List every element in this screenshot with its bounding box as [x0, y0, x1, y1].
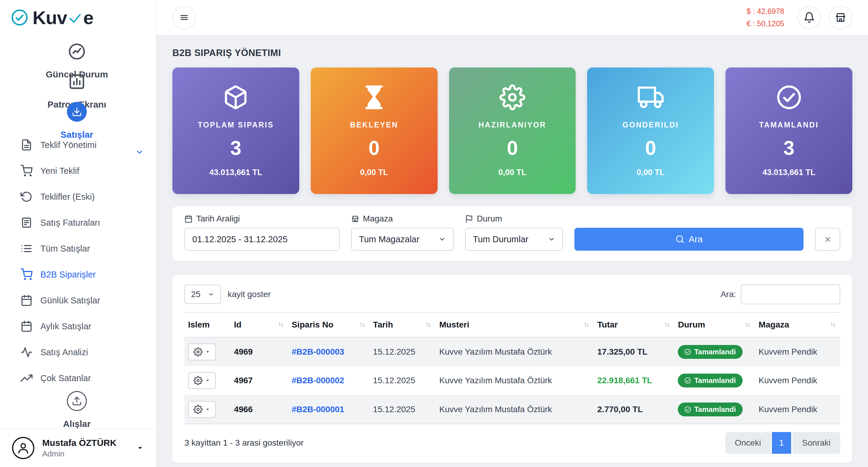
usd-rate: $ : 42,6978 [747, 5, 784, 18]
table-search-label: Ara: [721, 289, 736, 299]
bell-icon [804, 12, 815, 23]
column-header-musteri[interactable]: Musteri [435, 312, 593, 337]
sidebar-item-patron-ekran[interactable]: Patron Ekranı [0, 72, 156, 102]
sidebar-item-label: B2B Siparişler [40, 270, 96, 280]
x-icon [824, 235, 832, 244]
pagination-next-button[interactable]: Sonraki [792, 432, 840, 454]
page-size-value: 25 [191, 289, 200, 299]
sidebar-item-b2b-sipari-ler[interactable]: B2B Siparişler [0, 261, 156, 287]
sidebar-item-ayl-k-sat-lar[interactable]: Aylık Satışlar [0, 313, 156, 339]
pagination-page-1-button[interactable]: 1 [772, 432, 791, 454]
caret-down-icon [205, 407, 210, 412]
gear-icon [193, 405, 203, 414]
stat-value: 3 [783, 136, 795, 159]
date-range-group: Tarih Araligi [184, 214, 340, 251]
column-header-tutar[interactable]: Tutar [594, 312, 675, 337]
eur-rate: € : 50,1205 [747, 18, 784, 30]
column-header-tarih[interactable]: Tarih [370, 312, 436, 337]
order-id: 4967 [230, 366, 288, 395]
hourglass-icon [361, 84, 387, 110]
user-panel[interactable]: Mustafa ÖZTÜRK Admin [0, 429, 156, 467]
sidebar-item-t-m-sat-lar[interactable]: Tüm Satışlar [0, 236, 156, 261]
date-range-label-row: Tarih Araligi [184, 214, 340, 223]
column-label: Id [234, 320, 241, 330]
sidebar-item-label: Satış Faturaları [40, 218, 100, 228]
status-text: Tamamlandi [694, 376, 736, 385]
store-button[interactable] [829, 6, 852, 29]
order-customer: Kuvve Yazılım Mustafa Öztürk [435, 395, 593, 424]
gear-icon [193, 376, 203, 385]
sidebar-item-ok-satanlar[interactable]: Çok Satanlar [0, 365, 156, 391]
stat-amount: 43.013,661 TL [210, 168, 262, 177]
hamburger-icon [179, 13, 189, 22]
sidebar-item-g-ncel-durum[interactable]: Güncel Durum [0, 41, 156, 72]
sidebar-item-teklifler-eski[interactable]: Teklifler (Eski) [0, 184, 156, 210]
order-id: 4969 [230, 337, 288, 366]
order-number-link[interactable]: #B2B-000002 [292, 376, 344, 385]
row-actions-button[interactable] [188, 343, 216, 360]
notifications-button[interactable] [798, 6, 821, 29]
clear-filters-button[interactable] [815, 228, 840, 251]
column-label: Islem [188, 320, 210, 330]
brand-logo[interactable]: Kuve [0, 0, 156, 35]
order-customer: Kuvve Yazılım Mustafa Öztürk [435, 337, 593, 366]
stats-cards: TOPLAM SIPARIS343.013,661 TLBEKLEYEN00,0… [173, 67, 852, 194]
sidebar-item-label: Aylık Satışlar [40, 321, 91, 332]
pagination-prev-button[interactable]: Onceki [725, 432, 771, 454]
page-size-label: kayit goster [227, 289, 271, 299]
table-search-input[interactable] [741, 284, 840, 304]
order-row-4966: 4966#B2B-00000115.12.2025Kuvve Yazılım M… [184, 395, 840, 424]
sidebar-item-sat-lar[interactable]: Satışlar [0, 102, 156, 132]
table-footer: 3 kayittan 1 - 3 arasi gosteriliyor Once… [184, 432, 840, 454]
column-label: Siparis No [292, 320, 333, 330]
date-range-input[interactable] [184, 228, 340, 251]
sidebar-item-label: Günlük Satışlar [40, 295, 100, 306]
page-content: B2B SIPARIŞ YÖNETIMI TOPLAM SIPARIS343.0… [157, 35, 868, 467]
order-store: Kuvvem Pendik [755, 395, 840, 424]
column-label: Durum [678, 320, 705, 330]
column-header-magaza[interactable]: Magaza [755, 312, 840, 337]
page-size-select[interactable]: 25 [184, 285, 221, 304]
chevron-down-icon [548, 236, 555, 243]
sidebar-item-label: Yeni Teklif [40, 166, 79, 176]
row-actions-button[interactable] [188, 401, 216, 418]
gear-icon [499, 84, 525, 110]
sidebar-item-g-nl-k-sat-lar[interactable]: Günlük Satışlar [0, 287, 156, 313]
status-select[interactable]: Tum Durumlar [465, 228, 563, 251]
sort-icon [425, 321, 432, 329]
store-select[interactable]: Tum Magazalar [351, 228, 454, 251]
file-text-icon [21, 139, 33, 151]
download-icon [67, 102, 87, 122]
order-number-link[interactable]: #B2B-000003 [292, 347, 344, 356]
sidebar-item-label: Satışlar [61, 130, 93, 140]
status-label-row: Durum [465, 214, 563, 223]
order-amount: 2.770,00 TL [594, 395, 675, 424]
status-text: Tamamlandi [694, 405, 736, 414]
sidebar-item-al-lar[interactable]: Alışlar [0, 391, 156, 421]
chart-line-circle-icon [67, 41, 87, 61]
sidebar-item-sat-faturalar[interactable]: Satış Faturaları [0, 210, 156, 236]
column-header-id[interactable]: Id [230, 312, 288, 337]
user-icon [17, 441, 30, 455]
status-badge: Tamamlandi [678, 345, 742, 359]
user-name: Mustafa ÖZTÜRK [42, 438, 117, 448]
bar-chart-square-icon [67, 72, 87, 92]
orders-table-card: 25 kayit goster Ara: IslemIdSiparis NoTa… [173, 275, 852, 463]
column-header-siparis-no[interactable]: Siparis No [288, 312, 370, 337]
row-actions-button[interactable] [188, 372, 216, 389]
sidebar-item-label: Alışlar [63, 419, 91, 429]
check-circle-icon [684, 406, 691, 413]
search-button[interactable]: Ara [575, 228, 804, 251]
sidebar-item-sat-analizi[interactable]: Satış Analizi [0, 339, 156, 365]
stat-card-toplam-siparis: TOPLAM SIPARIS343.013,661 TL [173, 67, 299, 194]
column-header-durum[interactable]: Durum [674, 312, 755, 337]
order-store: Kuvvem Pendik [755, 366, 840, 395]
sort-icon [277, 321, 284, 329]
column-header-islem: Islem [184, 312, 230, 337]
invoice-icon [21, 217, 33, 229]
menu-toggle-button[interactable] [173, 6, 196, 29]
sidebar-item-yeni-teklif[interactable]: Yeni Teklif [0, 158, 156, 184]
pagination: Onceki 1 Sonraki [725, 432, 840, 454]
order-number-link[interactable]: #B2B-000001 [292, 405, 344, 414]
store-label: Magaza [363, 214, 393, 223]
